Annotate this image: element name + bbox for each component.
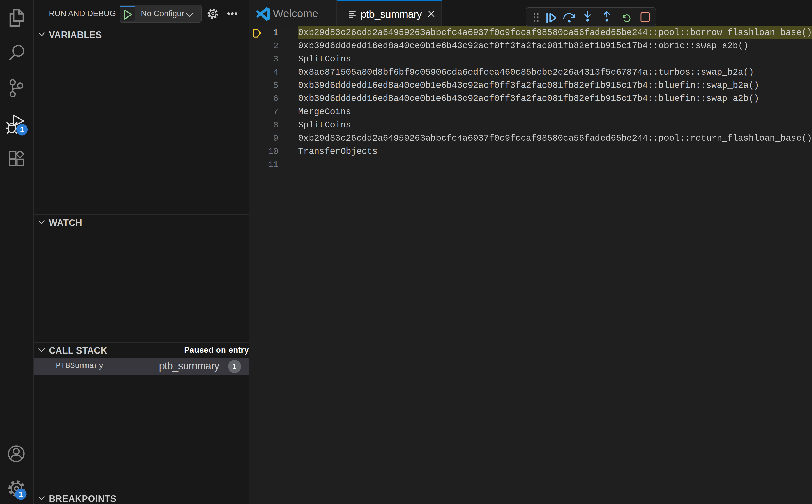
svg-text:1: 1 <box>19 490 23 498</box>
svg-text:1: 1 <box>20 126 24 134</box>
